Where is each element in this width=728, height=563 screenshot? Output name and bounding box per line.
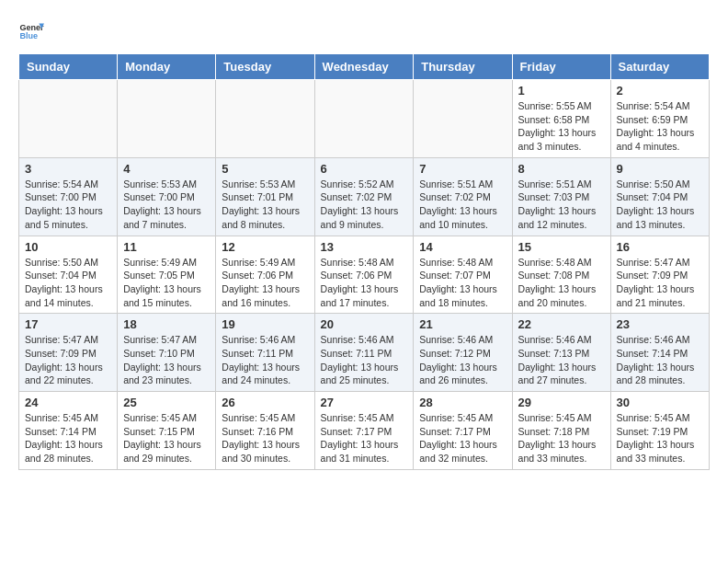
- calendar-cell: 26Sunrise: 5:45 AM Sunset: 7:16 PM Dayli…: [216, 392, 314, 470]
- day-number: 19: [222, 317, 308, 331]
- day-info: Sunrise: 5:53 AM Sunset: 7:01 PM Dayligh…: [222, 178, 308, 232]
- calendar-cell: 15Sunrise: 5:48 AM Sunset: 7:08 PM Dayli…: [512, 236, 610, 314]
- calendar-cell: 16Sunrise: 5:47 AM Sunset: 7:09 PM Dayli…: [610, 236, 709, 314]
- day-info: Sunrise: 5:48 AM Sunset: 7:08 PM Dayligh…: [518, 256, 605, 310]
- calendar-week-4: 17Sunrise: 5:47 AM Sunset: 7:09 PM Dayli…: [19, 314, 710, 392]
- day-number: 17: [25, 317, 111, 331]
- calendar-cell: 4Sunrise: 5:53 AM Sunset: 7:00 PM Daylig…: [118, 157, 216, 236]
- day-number: 10: [25, 240, 111, 254]
- day-info: Sunrise: 5:45 AM Sunset: 7:16 PM Dayligh…: [222, 411, 308, 465]
- day-number: 6: [321, 162, 408, 176]
- calendar-cell: 7Sunrise: 5:51 AM Sunset: 7:02 PM Daylig…: [414, 157, 512, 236]
- day-number: 16: [617, 240, 703, 254]
- calendar-cell: 6Sunrise: 5:52 AM Sunset: 7:02 PM Daylig…: [314, 157, 414, 236]
- calendar-cell: [19, 80, 118, 158]
- day-number: 15: [518, 240, 605, 254]
- day-number: 26: [222, 396, 308, 409]
- day-number: 24: [25, 396, 111, 409]
- day-info: Sunrise: 5:46 AM Sunset: 7:12 PM Dayligh…: [419, 333, 506, 387]
- day-info: Sunrise: 5:45 AM Sunset: 7:14 PM Dayligh…: [25, 411, 111, 465]
- day-number: 25: [123, 396, 210, 409]
- day-info: Sunrise: 5:47 AM Sunset: 7:09 PM Dayligh…: [617, 256, 703, 310]
- calendar-cell: 28Sunrise: 5:45 AM Sunset: 7:17 PM Dayli…: [414, 392, 512, 470]
- calendar-cell: 13Sunrise: 5:48 AM Sunset: 7:06 PM Dayli…: [314, 236, 414, 314]
- calendar-cell: 5Sunrise: 5:53 AM Sunset: 7:01 PM Daylig…: [216, 157, 314, 236]
- calendar-cell: 3Sunrise: 5:54 AM Sunset: 7:00 PM Daylig…: [19, 157, 118, 236]
- day-info: Sunrise: 5:45 AM Sunset: 7:17 PM Dayligh…: [419, 411, 506, 465]
- weekday-header-monday: Monday: [118, 54, 216, 80]
- day-number: 5: [222, 162, 308, 176]
- weekday-header-thursday: Thursday: [414, 54, 512, 80]
- calendar-cell: 25Sunrise: 5:45 AM Sunset: 7:15 PM Dayli…: [118, 392, 216, 470]
- calendar-week-3: 10Sunrise: 5:50 AM Sunset: 7:04 PM Dayli…: [19, 236, 710, 314]
- day-info: Sunrise: 5:46 AM Sunset: 7:11 PM Dayligh…: [321, 333, 408, 387]
- day-number: 23: [617, 317, 703, 331]
- svg-text:Blue: Blue: [19, 31, 38, 40]
- weekday-header-sunday: Sunday: [19, 54, 118, 80]
- calendar-cell: [414, 80, 512, 158]
- calendar-cell: 14Sunrise: 5:48 AM Sunset: 7:07 PM Dayli…: [414, 236, 512, 314]
- day-info: Sunrise: 5:54 AM Sunset: 7:00 PM Dayligh…: [25, 178, 111, 232]
- day-number: 30: [617, 396, 703, 409]
- day-info: Sunrise: 5:48 AM Sunset: 7:06 PM Dayligh…: [321, 256, 408, 310]
- day-info: Sunrise: 5:52 AM Sunset: 7:02 PM Dayligh…: [321, 178, 408, 232]
- calendar-cell: 19Sunrise: 5:46 AM Sunset: 7:11 PM Dayli…: [216, 314, 314, 392]
- weekday-header-wednesday: Wednesday: [314, 54, 414, 80]
- day-number: 21: [419, 317, 506, 331]
- day-number: 3: [25, 162, 111, 176]
- calendar-table: SundayMondayTuesdayWednesdayThursdayFrid…: [18, 53, 710, 470]
- day-info: Sunrise: 5:50 AM Sunset: 7:04 PM Dayligh…: [25, 256, 111, 310]
- day-number: 20: [321, 317, 408, 331]
- logo: General Blue: [18, 18, 44, 44]
- calendar-week-1: 1Sunrise: 5:55 AM Sunset: 6:58 PM Daylig…: [19, 80, 710, 158]
- calendar-cell: 27Sunrise: 5:45 AM Sunset: 7:17 PM Dayli…: [314, 392, 414, 470]
- calendar-cell: [216, 80, 314, 158]
- calendar-cell: 23Sunrise: 5:46 AM Sunset: 7:14 PM Dayli…: [610, 314, 709, 392]
- weekday-header-saturday: Saturday: [610, 54, 709, 80]
- day-info: Sunrise: 5:46 AM Sunset: 7:13 PM Dayligh…: [518, 333, 605, 387]
- page-header: General Blue: [18, 18, 710, 44]
- calendar-cell: 12Sunrise: 5:49 AM Sunset: 7:06 PM Dayli…: [216, 236, 314, 314]
- calendar-cell: 21Sunrise: 5:46 AM Sunset: 7:12 PM Dayli…: [414, 314, 512, 392]
- day-number: 28: [419, 396, 506, 409]
- calendar-cell: 18Sunrise: 5:47 AM Sunset: 7:10 PM Dayli…: [118, 314, 216, 392]
- calendar-cell: 10Sunrise: 5:50 AM Sunset: 7:04 PM Dayli…: [19, 236, 118, 314]
- calendar-cell: 8Sunrise: 5:51 AM Sunset: 7:03 PM Daylig…: [512, 157, 610, 236]
- day-info: Sunrise: 5:46 AM Sunset: 7:11 PM Dayligh…: [222, 333, 308, 387]
- calendar-cell: 29Sunrise: 5:45 AM Sunset: 7:18 PM Dayli…: [512, 392, 610, 470]
- day-number: 27: [321, 396, 408, 409]
- calendar-cell: 24Sunrise: 5:45 AM Sunset: 7:14 PM Dayli…: [19, 392, 118, 470]
- day-number: 14: [419, 240, 506, 254]
- day-info: Sunrise: 5:45 AM Sunset: 7:15 PM Dayligh…: [123, 411, 210, 465]
- day-number: 18: [123, 317, 210, 331]
- day-info: Sunrise: 5:51 AM Sunset: 7:03 PM Dayligh…: [518, 178, 605, 232]
- day-number: 2: [617, 84, 703, 98]
- calendar-week-5: 24Sunrise: 5:45 AM Sunset: 7:14 PM Dayli…: [19, 392, 710, 470]
- day-info: Sunrise: 5:45 AM Sunset: 7:17 PM Dayligh…: [321, 411, 408, 465]
- calendar-cell: 20Sunrise: 5:46 AM Sunset: 7:11 PM Dayli…: [314, 314, 414, 392]
- calendar-cell: 2Sunrise: 5:54 AM Sunset: 6:59 PM Daylig…: [610, 80, 709, 158]
- day-info: Sunrise: 5:53 AM Sunset: 7:00 PM Dayligh…: [123, 178, 210, 232]
- day-info: Sunrise: 5:48 AM Sunset: 7:07 PM Dayligh…: [419, 256, 506, 310]
- day-info: Sunrise: 5:51 AM Sunset: 7:02 PM Dayligh…: [419, 178, 506, 232]
- calendar-cell: 17Sunrise: 5:47 AM Sunset: 7:09 PM Dayli…: [19, 314, 118, 392]
- calendar-cell: 9Sunrise: 5:50 AM Sunset: 7:04 PM Daylig…: [610, 157, 709, 236]
- calendar-cell: 30Sunrise: 5:45 AM Sunset: 7:19 PM Dayli…: [610, 392, 709, 470]
- day-number: 11: [123, 240, 210, 254]
- day-info: Sunrise: 5:54 AM Sunset: 6:59 PM Dayligh…: [617, 99, 703, 154]
- calendar-cell: 22Sunrise: 5:46 AM Sunset: 7:13 PM Dayli…: [512, 314, 610, 392]
- day-number: 7: [419, 162, 506, 176]
- day-info: Sunrise: 5:49 AM Sunset: 7:05 PM Dayligh…: [123, 256, 210, 310]
- day-number: 1: [518, 84, 605, 98]
- day-info: Sunrise: 5:50 AM Sunset: 7:04 PM Dayligh…: [617, 178, 703, 232]
- calendar-cell: 1Sunrise: 5:55 AM Sunset: 6:58 PM Daylig…: [512, 80, 610, 158]
- day-number: 29: [518, 396, 605, 409]
- calendar-cell: 11Sunrise: 5:49 AM Sunset: 7:05 PM Dayli…: [118, 236, 216, 314]
- day-info: Sunrise: 5:55 AM Sunset: 6:58 PM Dayligh…: [518, 99, 605, 154]
- weekday-header-row: SundayMondayTuesdayWednesdayThursdayFrid…: [19, 54, 710, 80]
- day-info: Sunrise: 5:45 AM Sunset: 7:18 PM Dayligh…: [518, 411, 605, 465]
- calendar-cell: [118, 80, 216, 158]
- day-info: Sunrise: 5:49 AM Sunset: 7:06 PM Dayligh…: [222, 256, 308, 310]
- logo-icon: General Blue: [18, 18, 44, 44]
- day-info: Sunrise: 5:45 AM Sunset: 7:19 PM Dayligh…: [617, 411, 703, 465]
